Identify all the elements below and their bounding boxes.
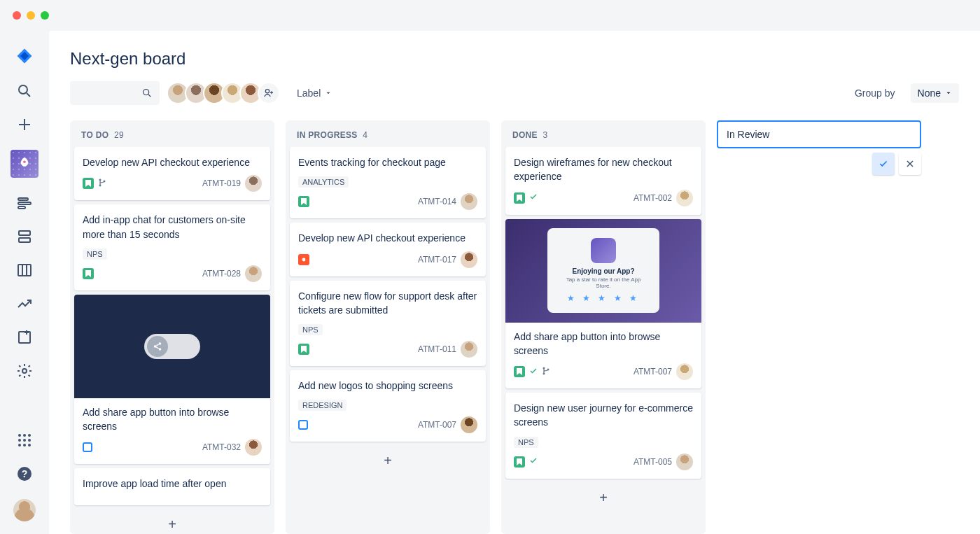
assignee-avatar[interactable] (461, 416, 477, 433)
column-name: DONE (512, 130, 538, 140)
issue-card[interactable]: Add share app button into browse screens… (74, 295, 270, 465)
card-title: Add in-app chat for customers on-site mo… (83, 213, 262, 241)
add-item-icon[interactable] (16, 329, 33, 346)
board-column: IN PROGRESS 4Events tracking for checkou… (286, 120, 490, 534)
svg-rect-5 (18, 198, 28, 200)
column-header[interactable]: DONE 3 (501, 120, 706, 147)
board-column: DONE 3Design wireframes for new checkout… (501, 120, 706, 534)
roadmap-icon[interactable] (16, 195, 33, 211)
svg-point-36 (159, 342, 162, 345)
rating-title: Enjoying our App? (560, 267, 647, 275)
maximize-window-icon[interactable] (41, 11, 49, 20)
chevron-down-icon (945, 90, 952, 97)
confirm-button[interactable] (872, 153, 895, 175)
add-card-button[interactable]: + (505, 483, 701, 513)
card-key: ATMT-007 (418, 420, 456, 430)
assignee-avatar[interactable] (676, 454, 693, 470)
svg-point-20 (18, 439, 21, 442)
story-type-icon (83, 178, 94, 189)
assignee-avatar[interactable] (676, 363, 693, 380)
help-icon[interactable]: ? (16, 465, 33, 482)
task-type-icon (83, 442, 92, 452)
board-search-input[interactable] (70, 81, 160, 105)
label-filter-dropdown[interactable]: Label (297, 87, 332, 99)
issue-card[interactable]: Add new logos to shopping screensREDESIG… (290, 370, 486, 442)
svg-point-4 (23, 160, 26, 163)
story-type-icon (514, 192, 525, 204)
card-title: Improve app load time after open (83, 477, 262, 491)
issue-card[interactable]: Events tracking for checkout pageANALYTI… (290, 147, 486, 218)
card-title: Events tracking for checkout page (298, 155, 477, 169)
apps-icon[interactable] (16, 432, 33, 449)
assignee-avatar[interactable] (245, 439, 262, 456)
column-count: 3 (543, 130, 548, 140)
svg-point-0 (19, 85, 27, 94)
branch-icon (542, 367, 550, 377)
close-window-icon[interactable] (13, 11, 21, 20)
issue-card[interactable]: Improve app load time after open (74, 468, 270, 505)
column-header[interactable]: IN PROGRESS 4 (286, 120, 490, 147)
profile-avatar[interactable] (13, 499, 36, 521)
cancel-button[interactable] (899, 153, 921, 175)
issue-card[interactable]: Develop new API checkout experienceATMT-… (290, 223, 486, 276)
window-chrome (0, 0, 980, 31)
kanban-board: TO DO 29Develop new API checkout experie… (70, 120, 959, 534)
jira-logo-icon[interactable] (15, 46, 34, 66)
group-by-label: Group by (855, 87, 895, 99)
search-icon (141, 87, 153, 99)
issue-card[interactable]: Design wireframes for new checkout exper… (505, 147, 701, 215)
chevron-down-icon (325, 90, 332, 97)
story-type-icon (514, 456, 525, 468)
board-column: TO DO 29Develop new API checkout experie… (70, 120, 274, 534)
card-cover-image (74, 295, 270, 398)
assignee-avatar[interactable] (461, 341, 477, 358)
minimize-window-icon[interactable] (27, 11, 35, 20)
svg-point-34 (99, 185, 101, 186)
search-icon[interactable] (16, 83, 33, 99)
close-icon (905, 159, 915, 169)
issue-card[interactable]: Enjoying our App?Tap a star to rate it o… (505, 219, 701, 389)
card-key: ATMT-011 (418, 344, 456, 354)
project-icon[interactable] (10, 150, 38, 178)
add-people-button[interactable] (258, 82, 280, 104)
svg-point-43 (543, 373, 545, 374)
add-card-button[interactable]: + (290, 446, 486, 476)
group-by-dropdown[interactable]: None (911, 83, 959, 103)
assignee-avatar[interactable] (461, 193, 477, 210)
column-body: Events tracking for checkout pageANALYTI… (286, 147, 490, 534)
issue-card[interactable]: Develop new API checkout experienceATMT-… (74, 147, 270, 200)
rating-subtitle: Tap a star to rate it on the App Store. (560, 276, 647, 289)
done-check-icon (529, 367, 538, 377)
settings-icon[interactable] (16, 363, 33, 379)
card-tag: ANALYTICS (298, 176, 349, 188)
reports-icon[interactable] (16, 295, 33, 312)
card-key: ATMT-014 (418, 197, 456, 206)
create-icon[interactable] (16, 116, 33, 133)
column-header[interactable]: TO DO 29 (70, 120, 274, 147)
main-content: Next-gen board Label Group by (49, 31, 980, 534)
column-count: 4 (363, 130, 368, 140)
issue-card[interactable]: Design new user journey for e-commerce s… (505, 393, 701, 479)
assignee-avatar[interactable] (245, 265, 262, 282)
svg-line-1 (27, 93, 30, 97)
card-title: Configure new flow for support desk afte… (298, 289, 477, 318)
new-column-name-input[interactable] (717, 120, 921, 148)
card-title: Add share app button into browse screens (514, 330, 693, 358)
add-card-button[interactable]: + (74, 510, 270, 534)
issue-card[interactable]: Add in-app chat for customers on-site mo… (74, 204, 270, 290)
board-icon[interactable] (16, 262, 33, 279)
assignee-avatar[interactable] (245, 175, 262, 192)
svg-rect-7 (18, 206, 25, 209)
assignee-avatar[interactable] (461, 251, 477, 268)
svg-line-39 (156, 344, 159, 346)
assignee-avatar[interactable] (676, 190, 693, 206)
card-tag: NPS (514, 437, 538, 448)
svg-point-28 (144, 90, 149, 95)
backlog-icon[interactable] (16, 228, 33, 245)
column-body: Design wireframes for new checkout exper… (501, 147, 706, 534)
card-key: ATMT-019 (202, 178, 241, 188)
svg-point-18 (23, 434, 26, 437)
issue-card[interactable]: Configure new flow for support desk afte… (290, 281, 486, 367)
svg-point-33 (99, 179, 101, 181)
branch-icon (98, 178, 106, 189)
